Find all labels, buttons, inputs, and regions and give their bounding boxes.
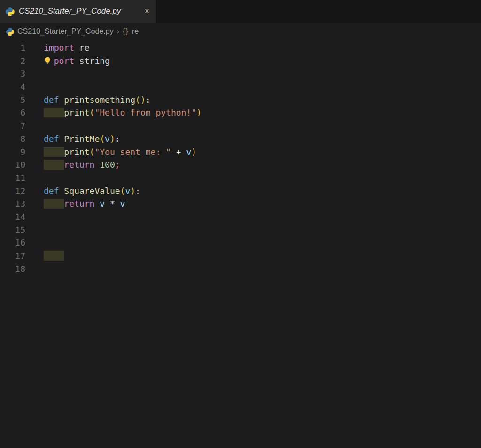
code-token: return xyxy=(64,160,94,170)
code-line-content[interactable] xyxy=(25,210,481,224)
line-number[interactable]: 11 xyxy=(0,171,25,185)
code-token: ( xyxy=(120,186,125,196)
indent-highlight xyxy=(44,199,64,209)
indent-highlight xyxy=(44,108,64,117)
line-number[interactable]: 16 xyxy=(0,236,25,249)
code-line-content[interactable]: def printsomething(): xyxy=(25,93,481,107)
code-token: v xyxy=(125,186,130,196)
line-number[interactable]: 2 xyxy=(0,54,25,68)
code-line-content[interactable]: import re xyxy=(25,41,481,54)
code-token: : xyxy=(135,186,140,196)
code-line: 1import re xyxy=(0,41,481,54)
line-number[interactable]: 7 xyxy=(0,119,25,132)
tab-cs210-starter-py-code[interactable]: CS210_Starter_PY_Code.py × xyxy=(0,0,156,23)
code-line-content[interactable]: def PrintMe(v): xyxy=(25,132,481,146)
code-token xyxy=(105,199,110,209)
line-number[interactable]: 9 xyxy=(0,146,25,159)
code-token: ) xyxy=(196,108,202,117)
code-token: ( xyxy=(90,147,95,157)
line-number[interactable]: 6 xyxy=(0,106,25,119)
code-line: 2import string xyxy=(0,54,481,68)
code-line-content[interactable] xyxy=(25,67,481,80)
breadcrumb-separator-icon: › xyxy=(117,27,120,36)
code-token: v xyxy=(186,147,191,157)
line-number[interactable]: 13 xyxy=(0,197,25,210)
tab-bar: CS210_Starter_PY_Code.py × xyxy=(0,0,481,23)
code-line: 9 print("You sent me: " + v) xyxy=(0,146,481,159)
code-line-content[interactable] xyxy=(25,263,481,276)
line-number[interactable]: 12 xyxy=(0,185,25,198)
code-line: 11 xyxy=(0,171,481,185)
breadcrumb-file[interactable]: CS210_Starter_PY_Code.py xyxy=(17,27,114,36)
code-line: 7 xyxy=(0,119,481,132)
code-line: 13 return v * v xyxy=(0,197,481,210)
code-token: SquareValue xyxy=(64,186,120,196)
breadcrumb-symbol-kind-icon: {} xyxy=(123,27,129,36)
code-token: + xyxy=(171,147,186,157)
python-file-icon xyxy=(6,7,15,16)
code-token xyxy=(59,134,64,144)
code-token: "Hello from python!" xyxy=(94,108,196,117)
code-token: re xyxy=(74,43,90,53)
code-token: print xyxy=(64,108,89,117)
code-token xyxy=(59,186,64,196)
code-token xyxy=(115,199,120,209)
code-token: "You sent me: " xyxy=(94,147,171,157)
code-line: 16 xyxy=(0,236,481,249)
breadcrumb-symbol[interactable]: re xyxy=(132,27,139,36)
line-number[interactable]: 15 xyxy=(0,224,25,237)
line-number[interactable]: 18 xyxy=(0,263,25,276)
line-number[interactable]: 4 xyxy=(0,80,25,93)
code-token: print xyxy=(64,147,89,157)
code-line-content[interactable] xyxy=(25,236,481,249)
code-line-content[interactable]: def SquareValue(v): xyxy=(25,185,481,198)
code-token: ( xyxy=(100,134,105,144)
code-line-content[interactable]: return 100; xyxy=(25,158,481,171)
code-line-content[interactable]: print("Hello from python!") xyxy=(25,106,481,119)
line-number[interactable]: 14 xyxy=(0,210,25,224)
code-line: 4 xyxy=(0,80,481,93)
code-token: : xyxy=(115,134,120,144)
code-token xyxy=(94,160,100,170)
code-token: import xyxy=(44,43,74,53)
line-number[interactable]: 10 xyxy=(0,158,25,171)
code-line-content[interactable] xyxy=(25,119,481,132)
code-line-content[interactable]: return v * v xyxy=(25,197,481,210)
indent-highlight xyxy=(44,251,64,261)
code-token: v xyxy=(105,134,110,144)
code-line: 8def PrintMe(v): xyxy=(0,132,481,146)
line-number[interactable]: 17 xyxy=(0,249,25,263)
code-line: 15 xyxy=(0,224,481,237)
indent-highlight xyxy=(44,160,64,170)
code-token: def xyxy=(44,134,59,144)
code-token: def xyxy=(44,95,59,105)
code-line-content[interactable]: import string xyxy=(25,54,481,68)
code-line-content[interactable]: print("You sent me: " + v) xyxy=(25,146,481,159)
code-token: string xyxy=(74,56,110,66)
code-token: v xyxy=(100,199,105,209)
code-token: ) xyxy=(191,147,196,157)
code-token: printsomething xyxy=(64,95,135,105)
code-line-content[interactable] xyxy=(25,171,481,185)
code-line-content[interactable] xyxy=(25,80,481,93)
code-line-content[interactable] xyxy=(25,249,481,263)
code-token: ) xyxy=(140,95,146,105)
code-line: 12def SquareValue(v): xyxy=(0,185,481,198)
line-number[interactable]: 8 xyxy=(0,132,25,146)
code-line-content[interactable] xyxy=(25,224,481,237)
code-line: 10 return 100; xyxy=(0,158,481,171)
code-token: v xyxy=(120,199,125,209)
python-file-icon-small xyxy=(6,28,14,36)
code-line: 6 print("Hello from python!") xyxy=(0,106,481,119)
code-token: ( xyxy=(90,108,95,117)
line-number[interactable]: 5 xyxy=(0,93,25,107)
code-token: PrintMe xyxy=(64,134,100,144)
lightbulb-icon[interactable] xyxy=(44,56,54,66)
line-number[interactable]: 3 xyxy=(0,67,25,80)
indent-highlight xyxy=(44,147,64,157)
tab-close-icon[interactable]: × xyxy=(144,7,150,16)
line-number[interactable]: 1 xyxy=(0,41,25,54)
code-line: 3 xyxy=(0,67,481,80)
code-line: 17 xyxy=(0,249,481,263)
code-line: 14 xyxy=(0,210,481,224)
